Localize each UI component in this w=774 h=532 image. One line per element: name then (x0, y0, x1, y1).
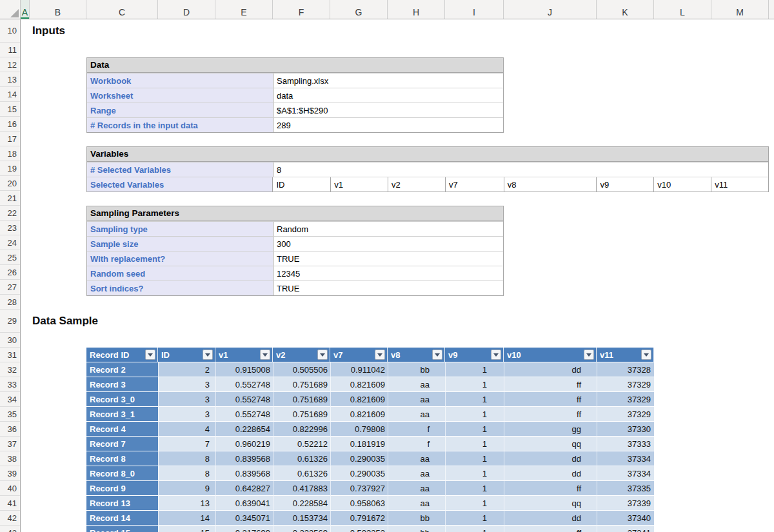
table-cell[interactable]: 0.839568 (215, 451, 273, 466)
row-header-32[interactable]: 32 (0, 362, 20, 377)
record-id-cell[interactable]: Record 3 (86, 377, 158, 392)
table-cell[interactable]: 0.821609 (330, 407, 388, 422)
row-header-26[interactable]: 26 (0, 265, 20, 280)
select-all-corner[interactable] (0, 0, 21, 19)
sampling-value-cell[interactable]: 300 (273, 237, 503, 251)
table-cell[interactable]: 0.290035 (330, 466, 388, 481)
table-cell[interactable]: 0.290035 (330, 451, 388, 466)
table-cell[interactable]: 0.911042 (330, 362, 388, 377)
column-header-d[interactable]: D (158, 0, 215, 19)
table-cell[interactable]: 37335 (597, 481, 654, 496)
table-cell[interactable]: gg (504, 422, 597, 437)
table-cell[interactable]: 8 (158, 466, 215, 481)
table-header-cell[interactable]: v8 (388, 348, 445, 362)
table-cell[interactable]: 0.958063 (330, 496, 388, 511)
filter-button-record-id[interactable] (145, 350, 155, 360)
record-id-cell[interactable]: Record 3_0 (86, 392, 158, 407)
variables-value-cell[interactable]: v9 (596, 177, 653, 192)
table-cell[interactable]: dd (504, 451, 597, 466)
table-cell[interactable]: 3 (158, 392, 215, 407)
table-cell[interactable]: 3 (158, 377, 215, 392)
sampling-label-cell[interactable]: Random seed (87, 266, 273, 281)
table-cell[interactable]: 0.751689 (273, 377, 330, 392)
table-cell[interactable]: 0.181919 (330, 437, 388, 451)
row-header-19[interactable]: 19 (0, 161, 20, 176)
column-header-f[interactable]: F (273, 0, 330, 19)
table-cell[interactable]: 37329 (597, 407, 654, 422)
variables-value-cell[interactable]: v2 (388, 177, 445, 192)
row-header-15[interactable]: 15 (0, 102, 20, 117)
table-cell[interactable]: 0.79808 (330, 422, 388, 437)
sampling-value-cell[interactable]: TRUE (273, 281, 503, 295)
table-cell[interactable]: ff (504, 526, 597, 532)
table-cell[interactable]: bb (388, 526, 445, 532)
table-cell[interactable]: 1 (445, 511, 504, 526)
table-cell[interactable]: 1 (445, 362, 504, 377)
table-cell[interactable]: 1 (445, 377, 504, 392)
row-header-29[interactable]: 29 (0, 310, 20, 333)
sampling-label-cell[interactable]: Sort indices? (87, 281, 273, 295)
row-header-34[interactable]: 34 (0, 392, 20, 407)
row-header-13[interactable]: 13 (0, 72, 20, 87)
column-header-m[interactable]: M (711, 0, 769, 19)
table-cell[interactable]: 1 (445, 451, 504, 466)
table-header-cell[interactable]: Record ID (86, 348, 158, 362)
column-header-c[interactable]: C (86, 0, 158, 19)
row-header-17[interactable]: 17 (0, 132, 20, 146)
table-cell[interactable]: 0.915008 (215, 362, 273, 377)
column-header-b[interactable]: B (30, 0, 86, 19)
table-header-cell[interactable]: v1 (215, 348, 273, 362)
record-id-cell[interactable]: Record 14 (86, 511, 158, 526)
table-cell[interactable]: 0.52212 (273, 437, 330, 451)
table-cell[interactable]: 37328 (597, 362, 654, 377)
table-cell[interactable]: 2 (158, 362, 215, 377)
table-cell[interactable]: 1 (445, 466, 504, 481)
variables-label-cell[interactable]: # Selected Variables (87, 163, 273, 177)
table-header-cell[interactable]: ID (158, 348, 215, 362)
filter-button-v2[interactable] (317, 350, 328, 360)
row-header-27[interactable]: 27 (0, 280, 20, 295)
table-cell[interactable]: 0.417883 (273, 481, 330, 496)
table-cell[interactable]: 1 (445, 392, 504, 407)
table-cell[interactable]: 0.821609 (330, 392, 388, 407)
table-cell[interactable]: 0.217699 (215, 526, 273, 532)
row-header-16[interactable]: 16 (0, 117, 20, 132)
column-header-j[interactable]: J (504, 0, 597, 19)
table-cell[interactable]: 1 (445, 526, 504, 532)
record-id-cell[interactable]: Record 7 (86, 437, 158, 451)
table-cell[interactable]: 1 (445, 407, 504, 422)
table-cell[interactable]: 0.642827 (215, 481, 273, 496)
table-cell[interactable]: 0.345071 (215, 511, 273, 526)
table-cell[interactable]: 1 (445, 437, 504, 451)
table-cell[interactable]: aa (388, 392, 445, 407)
record-id-cell[interactable]: Record 9 (86, 481, 158, 496)
table-cell[interactable]: 0.839568 (215, 466, 273, 481)
cell-title-data-sample[interactable]: Data Sample (32, 310, 98, 333)
data-value-cell[interactable]: 289 (273, 118, 503, 132)
record-id-cell[interactable]: Record 15 (86, 526, 158, 532)
row-header-25[interactable]: 25 (0, 250, 20, 265)
row-header-40[interactable]: 40 (0, 481, 20, 496)
filter-button-v10[interactable] (584, 350, 594, 360)
row-header-18[interactable]: 18 (0, 146, 20, 161)
table-cell[interactable]: bb (388, 511, 445, 526)
row-header-39[interactable]: 39 (0, 466, 20, 481)
table-cell[interactable]: 1 (445, 496, 504, 511)
table-cell[interactable]: aa (388, 377, 445, 392)
table-cell[interactable]: 3 (158, 407, 215, 422)
table-cell[interactable]: 0.502353 (330, 526, 388, 532)
table-cell[interactable]: aa (388, 466, 445, 481)
variables-value-cell[interactable]: v7 (445, 177, 504, 192)
table-cell[interactable]: ff (504, 481, 597, 496)
table-cell[interactable]: 37334 (597, 466, 654, 481)
data-value-cell[interactable]: $A$1:$H$290 (273, 103, 503, 117)
table-cell[interactable]: 37329 (597, 377, 654, 392)
sampling-label-cell[interactable]: Sampling type (87, 222, 273, 236)
record-id-cell[interactable]: Record 3_1 (86, 407, 158, 422)
record-id-cell[interactable]: Record 2 (86, 362, 158, 377)
column-header-k[interactable]: K (597, 0, 654, 19)
row-header-41[interactable]: 41 (0, 496, 20, 511)
row-header-28[interactable]: 28 (0, 295, 20, 310)
row-header-33[interactable]: 33 (0, 377, 20, 392)
table-cell[interactable]: 0.153734 (273, 511, 330, 526)
